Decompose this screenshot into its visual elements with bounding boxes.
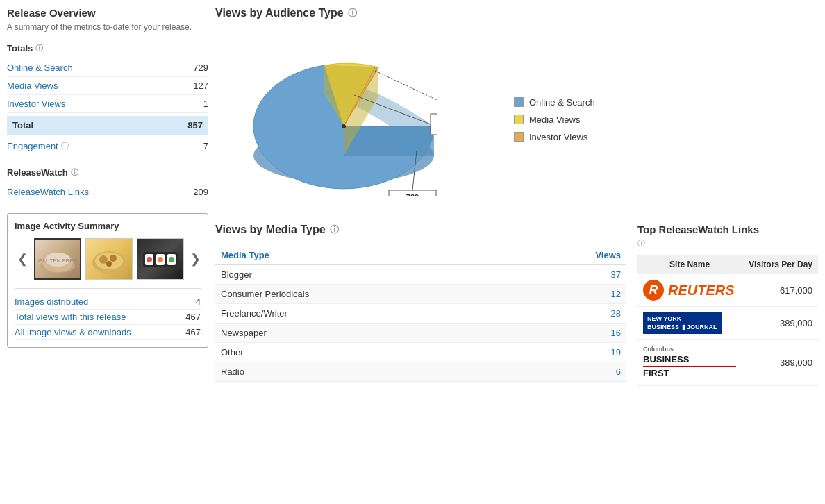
media-type-cell: Newspaper xyxy=(215,324,516,343)
svg-point-17 xyxy=(342,124,346,128)
media-type-section: Views by Media Type ⓘ Media Type Views B… xyxy=(215,224,626,386)
totals-label: Totals xyxy=(7,43,33,53)
engagement-help-icon: ⓘ xyxy=(61,141,69,151)
totals-help-icon[interactable]: ⓘ xyxy=(35,43,43,53)
carousel-prev[interactable]: ❮ xyxy=(15,250,31,268)
image-carousel: ❮ GLUTEN FREE xyxy=(15,238,201,280)
investor-views-value: 1 xyxy=(203,99,208,109)
table-row: Consumer Periodicals12 xyxy=(215,285,626,304)
audience-help-icon[interactable]: ⓘ xyxy=(348,7,357,19)
all-image-views-link[interactable]: All image views & downloads xyxy=(15,327,131,337)
media-type-title: Views by Media Type xyxy=(215,224,326,236)
media-type-header: Views by Media Type ⓘ xyxy=(215,224,626,236)
legend-color-investor xyxy=(514,132,524,142)
svg-point-14 xyxy=(158,257,163,262)
images-distributed-link[interactable]: Images distributed xyxy=(15,296,88,307)
total-views-row: Total views with this release 467 xyxy=(15,310,201,325)
audience-section-header: Views by Audience Type ⓘ xyxy=(215,7,818,19)
releasewatch-section: ReleaseWatch ⓘ ReleaseWatch Links 209 xyxy=(7,167,208,201)
rw-title: Top ReleaseWatch Links xyxy=(638,224,818,235)
releasewatch-help-icon[interactable]: ⓘ xyxy=(71,167,78,178)
legend-label-investor: Investor Views xyxy=(529,132,588,142)
carousel-images: GLUTEN FREE xyxy=(34,238,184,280)
chart-container: 1 (0.1%) 127 (14.8%) 729 (85.1%) xyxy=(215,29,818,210)
media-type-cell: Other xyxy=(215,343,516,362)
reuters-text: REUTERS xyxy=(668,283,735,299)
site-logo-cell: R REUTERS xyxy=(638,274,742,307)
views-cell: 28 xyxy=(516,304,626,324)
carousel-image-3[interactable] xyxy=(137,238,184,280)
pie-chart: 1 (0.1%) 127 (14.8%) 729 (85.1%) xyxy=(222,29,486,210)
releasewatch-links-row: ReleaseWatch Links 209 xyxy=(7,183,208,201)
rw-col-site: Site Name xyxy=(638,255,742,274)
legend-media-views: Media Views xyxy=(514,115,595,125)
views-cell: 12 xyxy=(516,285,626,304)
audience-title: Views by Audience Type xyxy=(215,7,344,19)
image-activity-title: Image Activity Summary xyxy=(15,221,201,231)
legend-label-media: Media Views xyxy=(529,115,580,125)
list-item: NEW YORK BUSINESS ▮ JOURNAL 389,000 xyxy=(638,307,818,340)
svg-text:GLUTEN FREE: GLUTEN FREE xyxy=(38,258,77,264)
media-type-table: Media Type Views Blogger37Consumer Perio… xyxy=(215,246,626,382)
views-cell: 16 xyxy=(516,324,626,343)
cbf-logo: Columbus BUSINESS FIRST xyxy=(643,346,736,379)
investor-views-link[interactable]: Investor Views xyxy=(7,99,65,109)
media-type-cell: Consumer Periodicals xyxy=(215,285,516,304)
media-type-cell: Radio xyxy=(215,362,516,382)
reuters-circle-icon: R xyxy=(643,280,664,301)
carousel-image-1[interactable]: GLUTEN FREE xyxy=(34,238,81,280)
images-distributed-value: 4 xyxy=(196,296,201,307)
carousel-image-2[interactable] xyxy=(85,238,133,280)
release-overview-title: Release Overview xyxy=(7,7,208,19)
engagement-row: Engagement ⓘ 7 xyxy=(7,137,208,155)
media-type-cell: Freelance/Writer xyxy=(215,304,516,324)
svg-point-15 xyxy=(169,257,174,262)
media-type-help-icon[interactable]: ⓘ xyxy=(330,224,339,236)
engagement-value: 7 xyxy=(203,141,208,151)
site-logo-cell: Columbus BUSINESS FIRST xyxy=(638,340,742,385)
releasewatch-links-section: Top ReleaseWatch Links ⓘ Site Name Visit… xyxy=(638,224,818,386)
investor-views-row: Investor Views 1 xyxy=(7,95,208,113)
rw-col-visitors: Visitors Per Day xyxy=(742,255,818,274)
media-type-cell: Blogger xyxy=(215,265,516,285)
table-row: Other19 xyxy=(215,343,626,362)
table-row: Radio6 xyxy=(215,362,626,382)
all-image-views-value: 467 xyxy=(185,327,201,337)
releasewatch-label: ReleaseWatch xyxy=(7,167,68,178)
media-views-value: 127 xyxy=(193,81,208,91)
views-cell: 6 xyxy=(516,362,626,382)
media-views-link[interactable]: Media Views xyxy=(7,81,58,91)
engagement-link[interactable]: Engagement ⓘ xyxy=(7,141,69,151)
image-stats: Images distributed 4 Total views with th… xyxy=(15,288,201,340)
views-cell: 37 xyxy=(516,265,626,285)
legend-investor-views: Investor Views xyxy=(514,132,595,142)
reuters-logo: R REUTERS xyxy=(643,280,736,301)
table-row: Newspaper16 xyxy=(215,324,626,343)
online-search-row: Online & Search 729 xyxy=(7,59,208,77)
legend-online-search: Online & Search xyxy=(514,97,595,108)
total-value: 857 xyxy=(188,120,203,131)
visitors-cell: 617,000 xyxy=(742,274,818,307)
all-image-views-row: All image views & downloads 467 xyxy=(15,325,201,340)
online-search-value: 729 xyxy=(193,62,208,73)
legend-color-media xyxy=(514,115,524,124)
audience-section: Views by Audience Type ⓘ xyxy=(215,7,818,210)
svg-point-13 xyxy=(147,257,152,262)
content-area: Views by Audience Type ⓘ xyxy=(215,7,818,386)
online-search-link[interactable]: Online & Search xyxy=(7,62,73,73)
total-views-value: 467 xyxy=(185,312,201,322)
chart-legend: Online & Search Media Views Investor Vie… xyxy=(514,97,595,142)
total-label: Total xyxy=(12,120,33,131)
legend-label-online: Online & Search xyxy=(529,97,595,108)
site-logo-cell: NEW YORK BUSINESS ▮ JOURNAL xyxy=(638,307,742,340)
rw-table: Site Name Visitors Per Day R REUTERS 617… xyxy=(638,255,818,386)
total-views-link[interactable]: Total views with this release xyxy=(15,312,126,322)
releasewatch-links-link[interactable]: ReleaseWatch Links xyxy=(7,187,89,197)
bottom-sections: Views by Media Type ⓘ Media Type Views B… xyxy=(215,224,818,386)
rw-help-icon[interactable]: ⓘ xyxy=(638,238,818,249)
visitors-cell: 389,000 xyxy=(742,307,818,340)
releasewatch-links-value: 209 xyxy=(193,187,208,197)
carousel-next[interactable]: ❯ xyxy=(188,250,203,268)
image-activity-box: Image Activity Summary ❮ GLUTEN FREE xyxy=(7,213,208,348)
svg-point-8 xyxy=(106,261,112,267)
